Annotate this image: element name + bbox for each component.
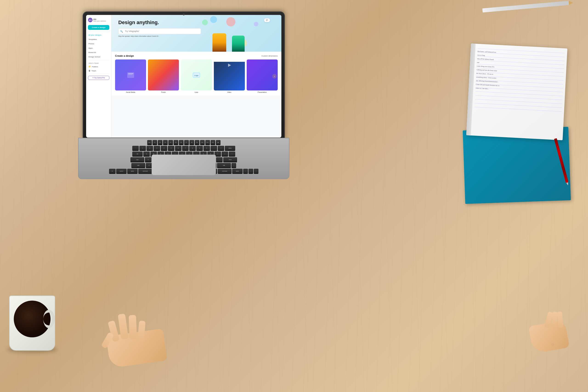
svg-marker-5 xyxy=(228,64,231,67)
key-down[interactable]: ↓ xyxy=(248,169,253,174)
sidebar-item-templates[interactable]: Templates xyxy=(86,37,111,42)
key-9[interactable]: 9 xyxy=(196,146,203,151)
user-sub: Add your address xyxy=(94,20,109,22)
poster-thumb-bg xyxy=(148,60,179,90)
sidebar-item-trash[interactable]: 🗑 Trash xyxy=(86,69,111,73)
key-7[interactable]: 7 xyxy=(182,146,188,151)
key-f5[interactable]: F5 xyxy=(174,140,178,145)
social-thumb-icon xyxy=(126,70,135,80)
key-up[interactable]: ↑ xyxy=(232,163,236,168)
key-shift-r[interactable]: shift xyxy=(217,163,231,168)
svg-rect-0 xyxy=(127,72,134,78)
search-input[interactable] xyxy=(118,28,201,34)
template-card-video[interactable]: Video xyxy=(214,60,245,93)
key-a[interactable]: A xyxy=(145,157,151,162)
notebooks: that home, well balanced rou was so long… xyxy=(464,46,574,202)
key-f11[interactable]: F11 xyxy=(205,140,210,145)
template-label-logo: Logo xyxy=(194,92,198,93)
key-0[interactable]: 0 xyxy=(204,146,210,151)
hero-banner: Design anything. 🔍 Stop the spread. Help… xyxy=(112,15,281,52)
trackpad[interactable] xyxy=(152,154,216,175)
key-caps[interactable]: caps xyxy=(130,157,144,162)
key-4[interactable]: 4 xyxy=(161,146,167,151)
key-equals[interactable]: = xyxy=(218,146,224,151)
sidebar-item-photos[interactable]: Photos xyxy=(86,42,111,46)
user-profile-area[interactable]: jira jira Add your address xyxy=(86,17,111,23)
key-left[interactable]: ← xyxy=(243,169,248,174)
key-quote[interactable]: ' xyxy=(216,157,222,162)
key-return[interactable]: return xyxy=(223,157,237,162)
notebook-spine xyxy=(466,44,476,135)
writing-hand: ♡ xyxy=(512,282,570,351)
canva-main: Design anything. 🔍 Stop the spread. Help… xyxy=(112,15,281,138)
key-5[interactable]: 5 xyxy=(168,146,174,151)
canva-sidebar: jira jira Add your address Create a desi… xyxy=(86,15,112,138)
key-backslash[interactable]: \ xyxy=(229,152,235,156)
notebook-line xyxy=(475,99,562,104)
try-pro-button[interactable]: ✦ Try Canva Pro xyxy=(88,76,109,80)
key-f7[interactable]: F7 xyxy=(184,140,189,145)
laptop-lid: jira jira Add your address Create a desi… xyxy=(83,12,285,140)
key-z[interactable]: Z xyxy=(146,163,152,168)
folder-icon: 📁 xyxy=(88,66,91,68)
key-minus[interactable]: - xyxy=(210,146,217,151)
illustration-char-2 xyxy=(232,36,244,52)
create-section-header: Create a design Custom dimensions xyxy=(115,54,278,57)
social-thumb-bg xyxy=(115,60,146,90)
custom-dimensions-button[interactable]: Custom dimensions xyxy=(262,55,278,57)
key-2[interactable]: 2 xyxy=(146,146,153,151)
key-f2[interactable]: F2 xyxy=(158,140,162,145)
template-card-poster[interactable]: Poster xyxy=(148,60,179,93)
key-1[interactable]: 1 xyxy=(140,146,146,151)
sidebar-item-design-school[interactable]: Design School xyxy=(86,55,111,59)
notebook-handwriting: that home, well balanced rou was so long… xyxy=(476,50,564,94)
key-q[interactable]: Q xyxy=(143,152,150,156)
coffee-cup xyxy=(4,289,64,351)
key-option-r[interactable]: option xyxy=(232,169,242,174)
key-8[interactable]: 8 xyxy=(189,146,196,151)
key-f6[interactable]: F6 xyxy=(179,140,184,145)
key-f10[interactable]: F10 xyxy=(200,140,205,145)
key-f4[interactable]: F4 xyxy=(168,140,173,145)
key-tab[interactable]: tab xyxy=(132,152,143,156)
key-row-function: esc F1 F2 F3 F4 F5 F6 F7 F8 F9 F10 F11 F… xyxy=(81,140,287,145)
key-f1[interactable]: F1 xyxy=(152,140,157,145)
sidebar-item-all-designs[interactable]: All your designs xyxy=(86,33,111,37)
key-f9[interactable]: F9 xyxy=(195,140,199,145)
key-right[interactable]: → xyxy=(254,169,258,174)
logo-thumb-bg: Logo xyxy=(181,60,212,90)
sidebar-item-brand-kit[interactable]: Brand Kit xyxy=(86,50,111,55)
key-esc[interactable]: esc xyxy=(147,140,152,145)
key-delete[interactable]: delete xyxy=(225,146,235,151)
key-bracket-r[interactable]: ] xyxy=(222,152,228,156)
key-backtick[interactable]: ` xyxy=(132,146,139,151)
trash-icon: 🗑 xyxy=(88,70,90,72)
key-command-r[interactable]: command xyxy=(218,169,232,174)
key-control[interactable]: control xyxy=(116,169,126,174)
key-command-l[interactable]: command xyxy=(138,169,152,174)
key-3[interactable]: 3 xyxy=(154,146,160,151)
key-f8[interactable]: F8 xyxy=(190,140,194,145)
key-6[interactable]: 6 xyxy=(175,146,182,151)
key-f12[interactable]: F12 xyxy=(210,140,215,145)
covid-notice[interactable]: Stop the spread. Help share information … xyxy=(118,35,274,37)
template-card-social-media[interactable]: Social Media xyxy=(115,60,146,93)
key-f3[interactable]: F3 xyxy=(163,140,168,145)
writing-finger-3 xyxy=(557,312,564,328)
sidebar-item-apps[interactable]: Apps xyxy=(86,46,111,50)
create-design-button[interactable]: Create a design xyxy=(88,25,109,30)
template-thumb-logo: Logo xyxy=(181,60,212,90)
notebook-open: that home, well balanced rou was so long… xyxy=(466,44,567,140)
cup-handle xyxy=(43,310,55,328)
next-button[interactable]: › xyxy=(272,74,277,78)
key-power[interactable]: ⏻ xyxy=(216,140,220,145)
template-card-logo[interactable]: Logo Logo xyxy=(181,60,212,93)
sidebar-item-folders[interactable]: 📁 Folders xyxy=(86,64,111,69)
create-section: Create a design Custom dimensions xyxy=(112,52,281,96)
key-fn[interactable]: fn xyxy=(109,169,116,174)
key-shift-l[interactable]: shift xyxy=(132,163,145,168)
key-option[interactable]: option xyxy=(127,169,138,174)
search-bar[interactable]: 🔍 xyxy=(118,28,201,34)
template-thumb-poster xyxy=(148,60,179,90)
template-label-video: Video xyxy=(227,92,231,93)
